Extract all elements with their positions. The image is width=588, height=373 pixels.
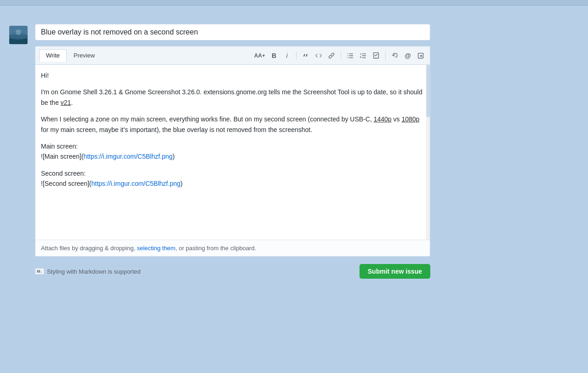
attach-area: Attach files by dragging & dropping, sel…: [35, 240, 430, 256]
markdown-label: Styling with Markdown is supported: [47, 268, 141, 275]
link-button[interactable]: [326, 50, 337, 61]
toolbar-divider-2: [341, 52, 341, 60]
toolbar-divider-1: [296, 52, 297, 60]
svg-point-4: [16, 29, 21, 35]
reference-button[interactable]: [415, 50, 426, 61]
avatar-column: [9, 24, 28, 44]
main-content: Write Preview AA ▾ B i: [0, 6, 588, 290]
code-button[interactable]: [313, 50, 324, 61]
tab-preview[interactable]: Preview: [67, 49, 102, 62]
editor-body[interactable]: Hi! I'm on Gnome Shell 3.26.1 & Gnome Sc…: [35, 65, 430, 240]
attach-text-after: , or pasting from the clipboard.: [176, 245, 257, 252]
attach-text-before: Attach files by dragging & dropping,: [41, 245, 137, 252]
toolbar-icons: AA ▾ B i: [252, 50, 426, 61]
toolbar-divider-3: [385, 52, 386, 60]
tab-group: Write Preview: [39, 49, 102, 62]
font-size-button[interactable]: AA ▾: [252, 50, 267, 61]
tab-write[interactable]: Write: [39, 49, 67, 62]
submit-issue-button[interactable]: Submit new issue: [360, 264, 430, 279]
bold-button[interactable]: B: [268, 50, 280, 61]
quote-button[interactable]: [300, 50, 311, 61]
page-wrapper: Write Preview AA ▾ B i: [0, 0, 588, 373]
unordered-list-button[interactable]: [345, 50, 356, 61]
scrollbar-track[interactable]: [426, 65, 430, 240]
editor-scroll-wrapper: Hi! I'm on Gnome Shell 3.26.1 & Gnome Sc…: [35, 65, 430, 240]
attach-link[interactable]: selecting them: [137, 245, 176, 252]
issue-title-input[interactable]: [35, 24, 430, 40]
form-column: Write Preview AA ▾ B i: [35, 24, 430, 281]
chevron-down-icon: ▾: [263, 53, 265, 58]
task-list-button[interactable]: [371, 50, 382, 61]
scrollbar-thumb[interactable]: [426, 65, 430, 117]
form-footer: M↓ Styling with Markdown is supported Su…: [35, 262, 430, 281]
editor-toolbar: Write Preview AA ▾ B i: [35, 46, 430, 65]
avatar: [9, 26, 28, 44]
editor-container: Write Preview AA ▾ B i: [35, 46, 430, 257]
markdown-hint: M↓ Styling with Markdown is supported: [35, 268, 141, 275]
ordered-list-button[interactable]: [358, 50, 369, 61]
mention-button[interactable]: @: [402, 50, 413, 61]
markdown-icon: M↓: [35, 268, 44, 275]
top-bar: [0, 0, 588, 6]
italic-button[interactable]: i: [281, 50, 292, 61]
undo-button[interactable]: [389, 50, 400, 61]
